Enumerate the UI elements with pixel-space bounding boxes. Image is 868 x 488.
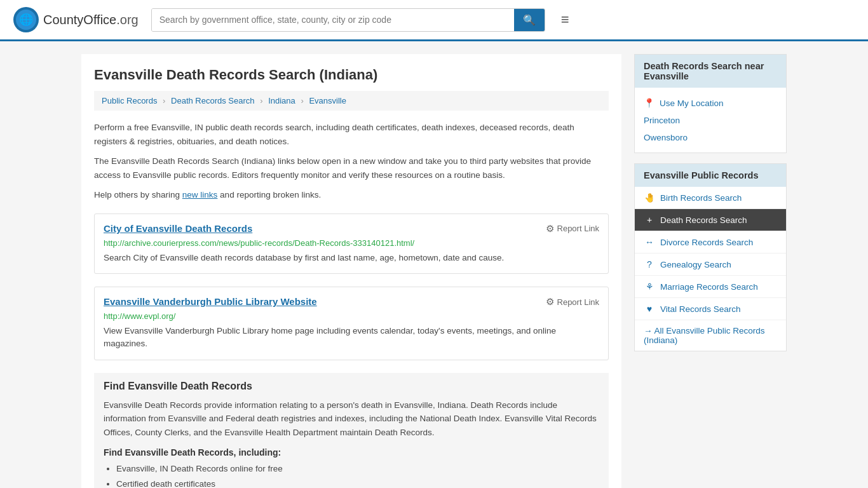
location-pin-icon: 📍 [644, 98, 654, 108]
svg-text:🌐: 🌐 [19, 13, 34, 27]
city-owensboro-label: Owensboro [644, 133, 688, 142]
vital-icon: ♥ [644, 304, 655, 314]
desc-3-pre: Help others by sharing [94, 190, 182, 200]
find-section-subheading: Find Evansville Death Records, including… [104, 447, 599, 458]
public-records-box: Evansville Public Records 🤚 Birth Record… [634, 163, 787, 351]
list-item-0: Evansville, IN Death Records online for … [116, 461, 599, 477]
all-records-link[interactable]: → All Evansville Public Records (Indiana… [635, 320, 786, 351]
nearby-title: Death Records Search near Evansville [635, 55, 786, 88]
city-princeton[interactable]: Princeton [644, 112, 777, 129]
content-wrapper: Evansville Death Records Search (Indiana… [72, 54, 796, 488]
nearby-box: Death Records Search near Evansville 📍 U… [634, 54, 787, 153]
record-card-0-header: City of Evansville Death Records ⚙ Repor… [104, 223, 599, 234]
nav-marriage-label: Marriage Records Search [660, 282, 758, 292]
breadcrumb-evansville[interactable]: Evansville [309, 96, 346, 105]
description: Perform a free Evansville, IN public dea… [94, 121, 609, 202]
nav-marriage-records[interactable]: ⚘ Marriage Records Search [635, 276, 786, 298]
search-input[interactable] [152, 9, 514, 31]
hamburger-menu[interactable]: ≡ [558, 8, 573, 31]
sidebar: Death Records Search near Evansville 📍 U… [634, 54, 787, 488]
new-links[interactable]: new links [182, 190, 218, 200]
public-records-title: Evansville Public Records [635, 164, 786, 187]
nav-vital-records[interactable]: ♥ Vital Records Search [635, 298, 786, 320]
marriage-icon: ⚘ [644, 281, 655, 292]
nav-divorce-records[interactable]: ↔ Divorce Records Search [635, 231, 786, 254]
record-card-0-title[interactable]: City of Evansville Death Records [104, 223, 252, 234]
use-location[interactable]: 📍 Use My Location [644, 94, 777, 112]
record-card-1-title[interactable]: Evansville Vanderburgh Public Library We… [104, 296, 317, 307]
nav-divorce-label: Divorce Records Search [660, 238, 753, 247]
find-section-para: Evansville Death Records provide informa… [104, 398, 599, 440]
desc-3: Help others by sharing new links and rep… [94, 188, 609, 202]
city-owensboro[interactable]: Owensboro [644, 129, 777, 146]
report-link-0[interactable]: ⚙ Report Link [546, 223, 599, 234]
search-button[interactable]: 🔍 [514, 9, 545, 31]
nav-genealogy-label: Genealogy Search [660, 260, 731, 269]
nav-death-label: Death Records Search [660, 215, 747, 225]
record-card-1-url: http://www.evpl.org/ [104, 311, 599, 321]
list-item-1: Certified death certificates [116, 477, 599, 488]
report-icon-0: ⚙ [546, 223, 554, 234]
logo-suffix: .org [116, 13, 138, 27]
page-title: Evansville Death Records Search (Indiana… [94, 67, 609, 83]
birth-icon: 🤚 [644, 193, 655, 203]
logo-name: CountyOffice [43, 13, 116, 27]
record-card-1-desc: View Evansville Vanderburgh Public Libra… [104, 325, 599, 351]
logo-icon: 🌐 [13, 6, 39, 33]
nav-death-records[interactable]: + Death Records Search [635, 209, 786, 231]
report-label-0: Report Link [557, 224, 599, 233]
breadcrumb-sep-1: › [163, 96, 165, 105]
header: 🌐 CountyOffice.org 🔍 ≡ [0, 0, 868, 41]
breadcrumb-public-records[interactable]: Public Records [102, 96, 157, 105]
record-card-1-header: Evansville Vanderburgh Public Library We… [104, 296, 599, 308]
desc-1: Perform a free Evansville, IN public dea… [94, 121, 609, 148]
breadcrumb: Public Records › Death Records Search › … [94, 91, 609, 111]
divorce-icon: ↔ [644, 237, 655, 247]
nav-genealogy[interactable]: ? Genealogy Search [635, 254, 786, 276]
genealogy-icon: ? [644, 259, 655, 269]
breadcrumb-sep-2: › [260, 96, 262, 105]
death-icon: + [644, 215, 655, 225]
record-card-0: City of Evansville Death Records ⚙ Repor… [94, 214, 609, 274]
breadcrumb-sep-3: › [301, 96, 303, 105]
nearby-content: 📍 Use My Location Princeton Owensboro [635, 88, 786, 152]
find-section-list: Evansville, IN Death Records online for … [116, 461, 599, 489]
record-card-0-url: http://archive.courierpress.com/news/pub… [104, 238, 599, 248]
nav-birth-records[interactable]: 🤚 Birth Records Search [635, 187, 786, 209]
desc-2: The Evansville Death Records Search (Ind… [94, 154, 609, 182]
city-princeton-label: Princeton [644, 116, 680, 125]
report-label-1: Report Link [557, 297, 599, 307]
record-card-0-desc: Search City of Evansville death records … [104, 252, 599, 264]
nav-vital-label: Vital Records Search [660, 304, 741, 314]
logo-text: CountyOffice.org [43, 13, 139, 27]
report-link-1[interactable]: ⚙ Report Link [546, 296, 599, 308]
report-icon-1: ⚙ [546, 296, 554, 308]
use-location-label: Use My Location [660, 98, 724, 108]
record-card-1: Evansville Vanderburgh Public Library We… [94, 287, 609, 360]
desc-3-post: and reporting broken links. [217, 190, 321, 200]
logo[interactable]: 🌐 CountyOffice.org [13, 6, 139, 33]
nav-birth-label: Birth Records Search [660, 193, 742, 203]
search-bar: 🔍 [151, 8, 545, 32]
find-section: Find Evansville Death Records Evansville… [94, 373, 609, 488]
breadcrumb-indiana[interactable]: Indiana [268, 96, 295, 105]
find-section-title: Find Evansville Death Records [104, 381, 599, 392]
breadcrumb-death-records[interactable]: Death Records Search [171, 96, 255, 105]
main-content: Evansville Death Records Search (Indiana… [81, 54, 621, 488]
